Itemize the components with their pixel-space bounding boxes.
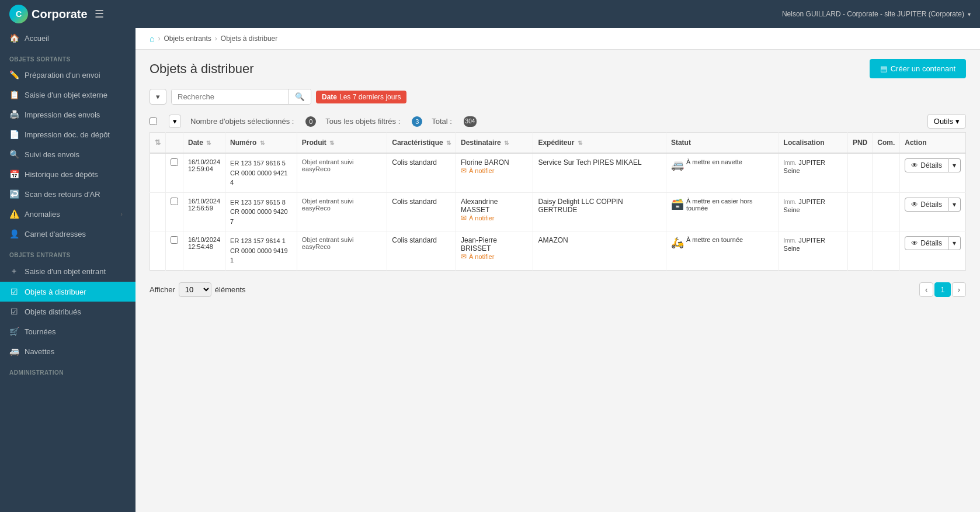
logo[interactable]: C Corporate [9,5,88,23]
notify-row: ✉ À notifier [461,252,528,261]
breadcrumb-item1[interactable]: Objets entrants [164,34,211,43]
col-action: Action [900,133,966,154]
return-icon: ↩️ [9,189,19,199]
elements-label: éléments [215,285,246,294]
numero1: ER 123 157 9614 1 [230,236,292,246]
sidebar-item-accueil[interactable]: 🏠 Accueil [0,28,135,48]
page-1-button[interactable]: 1 [934,282,950,297]
select-dropdown-btn[interactable]: ▾ [169,115,181,128]
date-cell: 16/10/2024 12:56:59 [183,192,225,231]
produit-value: Objet entrant suivi easyReco [302,236,382,250]
create-icon: ▤ [880,64,887,73]
statut-cell: 🛵 À mettre en tournée [666,231,779,271]
tools-button[interactable]: Outils ▾ [927,114,966,129]
select-all-checkbox[interactable] [150,117,157,125]
row-checkbox[interactable] [171,198,178,205]
sidebar-item-saisie-externe[interactable]: 📋 Saisie d'un objet externe [0,85,135,105]
statut-cell: 🚐 À mettre en navette [666,153,779,192]
row-checkbox-cell[interactable] [166,231,183,271]
sidebar-item-historique[interactable]: 📅 Historique des dépôts [0,164,135,184]
col-pnd[interactable]: PND [847,133,872,154]
topnav-left: C Corporate ☰ [9,5,104,23]
search-button[interactable]: 🔍 [289,89,311,104]
details-button[interactable]: 👁 Détails [905,158,948,172]
notify-label: À notifier [469,253,494,260]
col-checkbox [166,133,183,154]
detail-dropdown-button[interactable]: ▾ [948,236,961,250]
sidebar-item-navettes[interactable]: 🚐 Navettes [0,341,135,361]
row-checkbox-cell[interactable] [166,192,183,231]
eye-icon: 👁 [911,239,918,247]
sidebar-item-scan-retours[interactable]: ↩️ Scan des retours d'AR [0,184,135,204]
next-page-button[interactable]: › [952,282,966,297]
notify-row: ✉ À notifier [461,214,528,222]
filter-dropdown-button[interactable]: ▾ [150,89,166,105]
sidebar-item-impression-doc[interactable]: 📄 Impression doc. de dépôt [0,124,135,144]
detail-dropdown-button[interactable]: ▾ [948,198,961,212]
col-sort[interactable]: ⇅ [150,133,166,154]
search-input[interactable] [172,89,289,104]
col-date[interactable]: Date ⇅ [183,133,225,154]
row-checkbox-cell[interactable] [166,153,183,192]
numero-sort-icon: ⇅ [260,140,265,146]
produit-cell: Objet entrant suivi easyReco [297,153,387,192]
status-text: À mettre en casier hors tournée [686,198,774,212]
sidebar-item-anomalies[interactable]: ⚠️ Anomalies › [0,204,135,224]
col-caracteristique[interactable]: Caractéristique ⇅ [387,133,456,154]
page-header: Objets à distribuer ▤ Créer un contenant [135,50,980,83]
time-value: 12:59:04 [188,165,220,172]
sidebar-item-saisie-entrant[interactable]: ＋ Saisie d'un objet entrant [0,261,135,282]
create-container-button[interactable]: ▤ Créer un contenant [870,59,966,78]
sidebar-item-carnet[interactable]: 👤 Carnet d'adresses [0,224,135,244]
details-button[interactable]: 👁 Détails [905,236,948,250]
checkbox-icon: ☑ [9,287,19,296]
hamburger-menu[interactable]: ☰ [95,8,104,20]
row-checkbox[interactable] [171,158,178,166]
sidebar-item-tournees[interactable]: 🛒 Tournées [0,321,135,341]
col-numero[interactable]: Numéro ⇅ [225,133,297,154]
sidebar-item-objets-distribues[interactable]: ☑ Objets distribués [0,302,135,321]
sidebar-item-label: Accueil [25,34,126,43]
sidebar-item-suivi-envois[interactable]: 🔍 Suivi des envois [0,144,135,164]
prev-page-button[interactable]: ‹ [919,282,933,297]
breadcrumb-home-icon[interactable]: ⌂ [150,34,154,43]
show-label: Afficher [150,285,175,294]
col-localisation[interactable]: Localisation [779,133,847,154]
expediteur-value: AMAZON [538,236,568,244]
col-expediteur[interactable]: Expéditeur ⇅ [533,133,666,154]
row-checkbox[interactable] [171,236,178,244]
user-menu[interactable]: Nelson GUILLARD - Corporate - site JUPIT… [782,10,971,18]
sidebar-section-entrants: OBJETS ENTRANTS [0,244,135,261]
col-destinataire[interactable]: Destinataire ⇅ [456,133,533,154]
status-text: À mettre en tournée [686,236,743,243]
table-row: 16/10/2024 12:54:48 ER 123 157 9614 1 CR… [150,231,966,271]
filtered-label: Tous les objets filtrés : [325,117,400,126]
details-button[interactable]: 👁 Détails [905,198,948,212]
date-value: 16/10/2024 [188,198,220,205]
pnd-cell [847,231,872,271]
sidebar-item-preparation[interactable]: ✏️ Préparation d'un envoi [0,65,135,85]
document-icon: 📄 [9,130,19,139]
destinataire-cell: Alexandrine MASSET ✉ À notifier [456,192,533,231]
col-produit[interactable]: Produit ⇅ [297,133,387,154]
numero-cell: ER 123 157 9616 5 CR 0000 0000 9421 4 [225,153,297,192]
sidebar-item-label: Impression doc. de dépôt [25,130,126,139]
status-badge: 🗃️ À mettre en casier hors tournée [671,198,774,212]
col-com[interactable]: Com. [873,133,900,154]
sidebar-item-impression-envois[interactable]: 🖨️ Impression des envois [0,105,135,124]
per-page-select[interactable]: 10 25 50 100 [179,282,211,297]
search-icon: 🔍 [295,92,305,101]
numero1: ER 123 157 9615 8 [230,198,292,207]
detail-label: Détails [920,239,942,247]
col-statut[interactable]: Statut [666,133,779,154]
breadcrumb-sep1: › [158,34,160,43]
caracteristique-value: Colis standard [392,236,437,244]
addressbook-icon: 👤 [9,229,19,238]
detail-dropdown-button[interactable]: ▾ [948,158,961,172]
tools-chevron-icon: ▾ [955,117,960,126]
sidebar-item-objets-distribuer[interactable]: ☑ Objets à distribuer [0,282,135,302]
total-count-badge: 304 [464,116,477,127]
filter-tag: Date Les 7 derniers jours [316,91,406,103]
sidebar-item-label: Carnet d'adresses [25,230,126,238]
caracteristique-cell: Colis standard [387,153,456,192]
